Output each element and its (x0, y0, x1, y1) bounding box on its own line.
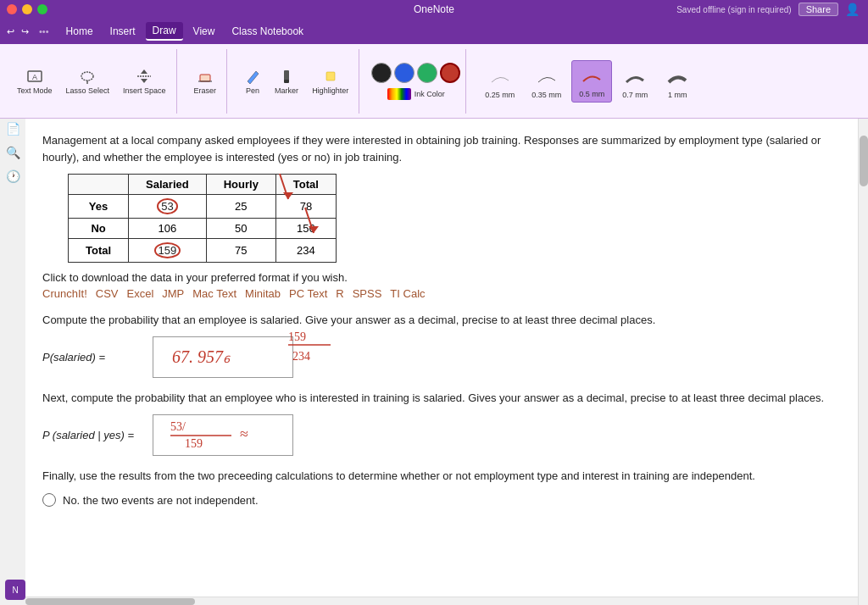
link-excel[interactable]: Excel (126, 287, 153, 300)
menu-home[interactable]: Home (59, 23, 100, 40)
pen-button[interactable]: Pen (239, 66, 266, 97)
prob-row-2: P (salaried | yes) = 53/ 159 ≈ (42, 414, 841, 456)
row-label-total: Total (69, 239, 129, 263)
row-label-yes: Yes (69, 195, 129, 219)
download-section: Click to download the data in your prefe… (42, 271, 841, 300)
link-ti-calc[interactable]: TI Calc (390, 287, 425, 300)
svg-text:67. 957₆: 67. 957₆ (172, 347, 231, 366)
thickness-025[interactable]: 0.25 mm (478, 62, 521, 103)
svg-rect-10 (284, 80, 289, 83)
cell-yes-total: 78 (275, 195, 336, 219)
eraser-group: Eraser (184, 49, 228, 114)
prob-question-2: Next, compute the probability that an em… (42, 390, 841, 408)
circled-159: 159 (154, 242, 181, 258)
vertical-scrollbar[interactable] (858, 119, 868, 605)
prob-row-1: P(salaried) = 67. 957₆ 159 (42, 336, 841, 378)
menu-class-notebook[interactable]: Class Notebook (225, 23, 310, 40)
lasso-select-label: Lasso Select (66, 86, 110, 95)
app-title: OneNote (414, 3, 454, 15)
menu-draw[interactable]: Draw (146, 22, 183, 41)
menu-insert[interactable]: Insert (103, 23, 142, 40)
redo-icon[interactable]: ↪ (21, 26, 29, 37)
link-spss[interactable]: SPSS (353, 287, 382, 300)
table-section: Salaried Hourly Total Yes 53 25 78 (42, 174, 841, 263)
final-text: Finally, use the results from the two pr… (42, 468, 841, 486)
more-icon[interactable]: ••• (39, 26, 49, 36)
link-csv[interactable]: CSV (96, 287, 119, 300)
thicknesses-row: 0.25 mm 0.35 mm 0.5 mm 0.7 mm 1 mm (478, 60, 697, 103)
page-content: Management at a local company asked empl… (42, 132, 841, 507)
pages-icon[interactable]: 📄 (6, 122, 20, 136)
svg-text:159: 159 (288, 330, 306, 343)
circled-53: 53 (157, 198, 177, 214)
color-black[interactable] (371, 63, 392, 83)
intro-paragraph: Management at a local company asked empl… (42, 132, 841, 165)
draw-tools-group: A Text Mode Lasso Select Insert Space (7, 49, 177, 114)
cell-total-hourly: 75 (206, 239, 275, 263)
thickness-1-label: 1 mm (668, 91, 687, 99)
cell-total-total: 234 (275, 239, 336, 263)
horizontal-scrollbar-thumb[interactable] (25, 598, 195, 605)
undo-icon[interactable]: ↩ (7, 26, 14, 37)
color-green[interactable] (417, 63, 437, 83)
ink-color-swatch (387, 88, 411, 100)
radio-circle-no[interactable] (42, 493, 56, 507)
marker-button[interactable]: Marker (270, 66, 303, 97)
cell-no-hourly: 50 (206, 219, 275, 239)
share-button[interactable]: Share (798, 3, 838, 16)
marker-label: Marker (275, 86, 298, 95)
minimize-button[interactable] (22, 4, 32, 14)
link-r[interactable]: R (336, 287, 343, 300)
svg-rect-11 (326, 72, 335, 80)
table-header-empty (69, 175, 129, 195)
history-icon[interactable]: 🕐 (6, 169, 20, 183)
eraser-button[interactable]: Eraser (189, 66, 222, 97)
pen-tools-group: Pen Marker Highlighter (234, 49, 359, 114)
text-mode-button[interactable]: A Text Mode (12, 66, 58, 97)
prob-box-container-1: 67. 957₆ 159 234 (153, 336, 293, 378)
highlighter-button[interactable]: Highlighter (307, 66, 353, 97)
link-mac-text[interactable]: Mac Text (192, 287, 236, 300)
color-blue[interactable] (394, 63, 415, 83)
link-crunchit[interactable]: CrunchIt! (42, 287, 87, 300)
link-pc-text[interactable]: PC Text (289, 287, 327, 300)
saved-status: Saved offline (sign in required) (676, 5, 791, 14)
content-area: Management at a local company asked empl… (25, 119, 858, 605)
search-icon[interactable]: 🔍 (6, 146, 20, 159)
thickness-1[interactable]: 1 mm (658, 62, 697, 103)
dock-icon[interactable]: N (5, 580, 25, 600)
table-row-yes: Yes 53 25 78 (69, 195, 337, 219)
cell-no-total: 156 (275, 219, 336, 239)
thickness-035-label: 0.35 mm (531, 91, 561, 99)
lasso-select-button[interactable]: Lasso Select (61, 66, 115, 97)
thickness-07[interactable]: 0.7 mm (615, 62, 654, 103)
cell-no-salaried: 106 (129, 219, 207, 239)
link-jmp[interactable]: JMP (162, 287, 184, 300)
svg-text:234: 234 (292, 350, 310, 363)
menu-view[interactable]: View (186, 23, 222, 40)
table-row-no: No 106 50 156 (69, 219, 337, 239)
radio-label-no: No. the two events are not independent. (63, 494, 259, 507)
prob-question-1: Compute the probability that an employee… (42, 312, 841, 330)
window-controls (7, 4, 47, 14)
title-bar: OneNote Saved offline (sign in required)… (0, 0, 868, 19)
left-sidebar: 📄 🔍 🕐 (0, 119, 25, 183)
prob-annotation-1: 159 234 (284, 328, 352, 374)
text-mode-label: Text Mode (17, 86, 53, 95)
main-area: Management at a local company asked empl… (25, 119, 868, 605)
scrollbar-thumb[interactable] (860, 136, 868, 186)
ink-color-row: Ink Color (387, 88, 445, 100)
maximize-button[interactable] (37, 4, 47, 14)
cell-yes-salaried: 53 (129, 195, 207, 219)
thickness-035[interactable]: 0.35 mm (525, 62, 568, 103)
color-red[interactable] (440, 63, 460, 83)
horizontal-scrollbar[interactable] (25, 597, 858, 605)
close-button[interactable] (7, 4, 17, 14)
highlighter-label: Highlighter (312, 86, 348, 95)
insert-space-button[interactable]: Insert Space (118, 66, 171, 97)
link-minitab[interactable]: Minitab (245, 287, 281, 300)
thickness-05[interactable]: 0.5 mm (571, 60, 612, 103)
thickness-07-label: 0.7 mm (622, 91, 648, 99)
account-icon[interactable]: 👤 (845, 3, 860, 16)
insert-space-label: Insert Space (123, 86, 166, 95)
